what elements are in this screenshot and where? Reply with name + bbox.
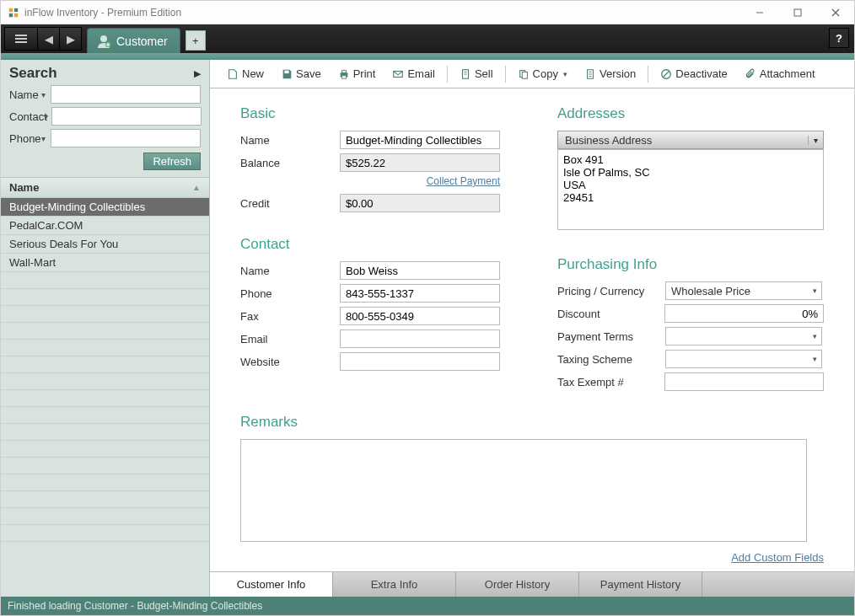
terms-select[interactable]: ▾ <box>665 327 822 345</box>
tab-payment-history[interactable]: Payment History <box>579 572 702 597</box>
list-item <box>1 407 209 424</box>
save-button[interactable]: Save <box>274 65 328 83</box>
address-type-select[interactable]: Business Address ▾ <box>557 131 824 149</box>
contact-phone-input[interactable] <box>340 284 500 303</box>
title-bar: inFlow Inventory - Premium Edition <box>1 1 854 24</box>
tab-customer[interactable]: Customer <box>87 28 180 53</box>
search-contact-input[interactable] <box>51 107 202 126</box>
window-title: inFlow Inventory - Premium Edition <box>24 7 181 19</box>
chevron-down-icon[interactable]: ▾ <box>44 112 48 121</box>
form-area: Basic Name Balance Collect Payment Credi… <box>210 88 854 571</box>
close-button[interactable] <box>816 1 854 24</box>
nav-forward-button[interactable]: ▶ <box>60 27 82 51</box>
svg-rect-17 <box>341 70 346 72</box>
svg-point-11 <box>100 35 107 42</box>
sell-button[interactable]: Sell <box>453 65 500 83</box>
search-phone-input[interactable] <box>51 129 201 147</box>
svg-rect-2 <box>9 13 13 16</box>
chevron-down-icon: ▾ <box>808 287 821 295</box>
tab-extra-info[interactable]: Extra Info <box>333 572 456 597</box>
maximize-button[interactable] <box>778 1 816 24</box>
nav-back-button[interactable]: ◀ <box>38 27 60 51</box>
customer-list-header[interactable]: Name ▲ <box>1 177 209 198</box>
search-name-input[interactable] <box>51 85 201 104</box>
section-remarks: Remarks <box>240 414 824 431</box>
tab-order-history[interactable]: Order History <box>456 572 579 597</box>
list-item[interactable]: PedalCar.COM <box>1 217 209 235</box>
add-custom-fields-link[interactable]: Add Custom Fields <box>731 551 824 564</box>
version-button[interactable]: Version <box>578 65 643 83</box>
chevron-down-icon[interactable]: ▾ <box>41 90 47 99</box>
attachment-button[interactable]: Attachment <box>738 65 822 83</box>
email-button[interactable]: Email <box>385 65 442 83</box>
list-item <box>1 474 209 491</box>
chevron-down-icon[interactable]: ▾ <box>41 134 47 143</box>
minimize-button[interactable] <box>740 1 778 24</box>
save-icon <box>281 68 293 80</box>
section-purchasing: Purchasing Info <box>557 256 824 273</box>
contact-website-input[interactable] <box>340 352 500 371</box>
copy-button[interactable]: Copy▾ <box>511 65 574 83</box>
discount-input[interactable] <box>664 304 824 323</box>
list-item[interactable]: Budget-Minding Collectibles <box>1 198 209 217</box>
ribbon-strip <box>1 53 854 60</box>
chevron-down-icon: ▾ <box>808 136 823 145</box>
pricing-label: Pricing / Currency <box>557 285 665 297</box>
print-icon <box>338 68 350 80</box>
svg-rect-0 <box>9 8 13 11</box>
list-item <box>1 289 209 306</box>
basic-name-label: Name <box>240 134 340 147</box>
contact-name-label: Name <box>240 265 340 277</box>
section-basic: Basic <box>240 105 507 122</box>
customer-icon <box>96 34 111 49</box>
contact-name-input[interactable] <box>340 261 500 280</box>
toolbar: New Save Print Email Sell Copy▾ Version … <box>210 60 854 88</box>
collapse-search-icon[interactable]: ▶ <box>194 68 201 79</box>
tax-select[interactable]: ▾ <box>665 350 822 368</box>
list-item <box>1 373 209 390</box>
contact-fax-label: Fax <box>240 310 340 323</box>
new-icon <box>227 68 239 80</box>
copy-icon <box>518 68 530 80</box>
remarks-textarea[interactable] <box>240 439 807 542</box>
pricing-select[interactable]: Wholesale Price▾ <box>665 281 822 300</box>
tab-customer-info[interactable]: Customer Info <box>210 572 333 597</box>
svg-rect-3 <box>14 13 18 16</box>
menu-button[interactable] <box>4 27 38 51</box>
list-item <box>1 390 209 407</box>
list-item[interactable]: Wall-Mart <box>1 254 209 272</box>
new-button[interactable]: New <box>220 65 271 83</box>
attachment-icon <box>745 68 756 80</box>
bottom-tabs: Customer Info Extra Info Order History P… <box>210 571 854 597</box>
print-button[interactable]: Print <box>331 65 383 83</box>
list-item <box>1 525 209 542</box>
tab-filler <box>702 572 854 597</box>
basic-balance-field <box>340 153 500 172</box>
status-bar: Finished loading Customer - Budget-Mindi… <box>1 597 854 615</box>
terms-label: Payment Terms <box>557 330 665 343</box>
tab-label: Customer <box>116 35 168 48</box>
svg-rect-18 <box>341 75 346 78</box>
list-item <box>1 458 209 474</box>
collect-payment-link[interactable]: Collect Payment <box>427 175 500 187</box>
search-phone-label: Phone <box>9 132 45 145</box>
customer-list: Budget-Minding Collectibles PedalCar.COM… <box>1 198 209 597</box>
list-item <box>1 441 209 458</box>
deactivate-button[interactable]: Deactivate <box>653 65 734 83</box>
deactivate-icon <box>660 68 672 80</box>
refresh-button[interactable]: Refresh <box>143 153 201 170</box>
basic-balance-label: Balance <box>240 157 340 169</box>
contact-fax-input[interactable] <box>340 307 500 325</box>
help-button[interactable]: ? <box>829 28 849 48</box>
basic-name-input[interactable] <box>340 131 500 149</box>
discount-label: Discount <box>557 308 664 320</box>
search-contact-label: Contact <box>9 110 47 123</box>
exempt-input[interactable] <box>664 372 824 391</box>
tax-label: Taxing Scheme <box>557 353 665 366</box>
search-name-label: Name <box>9 88 45 101</box>
app-logo-icon <box>8 7 19 19</box>
address-textarea[interactable] <box>557 149 824 230</box>
new-tab-button[interactable]: + <box>186 30 206 51</box>
list-item[interactable]: Serious Deals For You <box>1 235 209 254</box>
contact-email-input[interactable] <box>340 329 500 348</box>
